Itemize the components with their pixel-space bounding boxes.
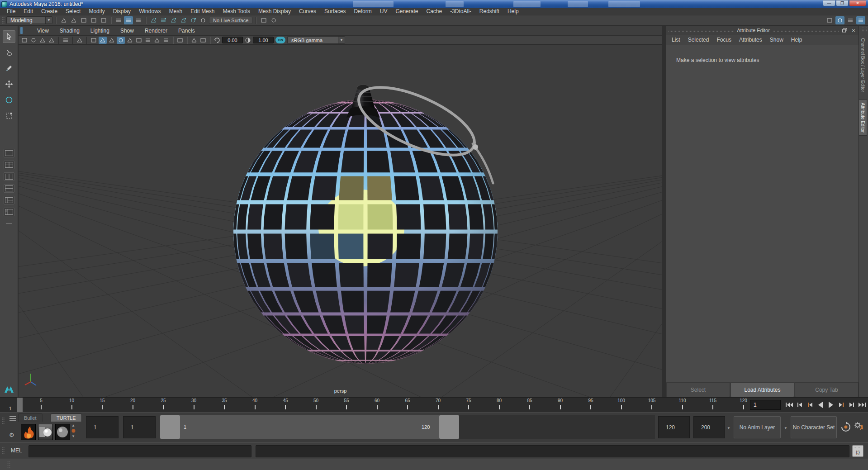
current-time-field[interactable]: 1 [750, 400, 781, 410]
range-slider-selected[interactable] [160, 415, 459, 439]
tab-channel-box[interactable]: Channel Box / Layer Editor [859, 35, 867, 95]
step-back-key-button[interactable] [805, 399, 815, 411]
gear-icon[interactable]: ⚙ [9, 432, 14, 438]
menu-item[interactable]: Windows [135, 8, 165, 15]
use-all-lights-icon[interactable] [117, 37, 125, 44]
open-render-view-icon[interactable] [269, 16, 278, 24]
multisample-icon[interactable] [153, 37, 161, 44]
command-result-field[interactable] [256, 445, 849, 457]
menu-item[interactable]: Generate [391, 8, 422, 15]
step-forward-key-button[interactable] [836, 399, 846, 411]
minimize-button[interactable]: — [823, 0, 835, 6]
menu-item[interactable]: Panels [173, 28, 200, 34]
attribute-editor-menu-item[interactable]: List [672, 37, 685, 43]
snap-point-icon[interactable] [169, 16, 178, 24]
snap-grid-icon[interactable] [149, 16, 158, 24]
tab-attribute-editor[interactable]: Attribute Editor [859, 100, 867, 136]
disco-ball[interactable] [233, 100, 498, 364]
tool-settings-icon[interactable] [846, 16, 855, 24]
layout-four-panes-button[interactable] [4, 161, 14, 169]
camera-attributes-icon[interactable] [38, 37, 47, 44]
camera-name-label[interactable]: persp [334, 388, 347, 394]
animation-preferences-icon[interactable] [854, 422, 865, 432]
construction-history-icon[interactable] [259, 16, 268, 24]
drag-handle[interactable] [668, 29, 734, 32]
layout-single-pane-button[interactable] [4, 149, 14, 157]
attribute-editor-header[interactable]: Attribute Editor ✕ [666, 26, 859, 35]
command-line-language-toggle[interactable]: MEL [11, 447, 22, 454]
isolate-select-icon[interactable] [176, 37, 184, 44]
time-tick-label[interactable]: 10 [69, 398, 74, 403]
image-plane-icon[interactable] [62, 37, 70, 44]
menu-item[interactable]: Create [37, 8, 62, 15]
menu-item[interactable]: Redshift [475, 8, 503, 15]
time-tick-label[interactable]: 15 [100, 398, 104, 403]
menu-item[interactable]: Modify [85, 8, 109, 15]
character-set-button[interactable]: No Character Set [791, 416, 837, 438]
shelf-menu-icon[interactable] [9, 416, 16, 421]
playback-start-field[interactable]: 1 [123, 416, 156, 438]
menu-item[interactable]: -3DtoAll- [446, 8, 475, 15]
time-tick-label[interactable]: 5 [40, 398, 43, 403]
menu-item[interactable]: Help [503, 8, 523, 15]
snap-projected-center-icon[interactable] [179, 16, 188, 24]
menu-item[interactable]: View [32, 28, 54, 34]
channel-box-icon[interactable] [835, 16, 844, 24]
range-row-grip[interactable] [2, 417, 5, 424]
select-hierarchy-icon[interactable] [114, 16, 123, 24]
drag-handle[interactable] [860, 27, 867, 33]
animation-start-field[interactable]: 1 [86, 416, 119, 438]
time-tick-label[interactable]: 115 [709, 398, 716, 403]
time-tick-label[interactable]: 20 [130, 398, 135, 403]
copy-tab-button[interactable]: Copy Tab [795, 382, 859, 397]
menu-item[interactable]: Select [62, 8, 85, 15]
time-tick-label[interactable]: 95 [588, 398, 593, 403]
menu-item[interactable]: Cache [422, 8, 446, 15]
range-slider-track[interactable]: 1 120 [160, 415, 655, 439]
shelf-scroll-up-icon[interactable]: ▲ [71, 423, 75, 427]
title-bar[interactable]: Autodesk Maya 2016: untitled* — ❐ ✕ [0, 0, 868, 8]
time-tick-label[interactable]: 75 [466, 398, 471, 403]
select-component-icon[interactable] [134, 16, 143, 24]
load-attributes-button[interactable]: Load Attributes [730, 382, 794, 397]
step-forward-frame-button[interactable] [847, 399, 857, 411]
layout-three-panes-button[interactable] [4, 196, 14, 204]
color-management-toggle[interactable]: ON [275, 37, 285, 43]
new-scene-icon[interactable] [59, 16, 68, 24]
time-tick-label[interactable]: 70 [436, 398, 441, 403]
lock-camera-icon[interactable] [29, 37, 38, 44]
exposure-icon[interactable] [213, 37, 221, 44]
paint-select-tool-button[interactable] [3, 62, 15, 75]
menu-item[interactable]: Display [109, 8, 135, 15]
time-tick-label[interactable]: 120 [740, 398, 747, 403]
viewport-canvas[interactable]: persp [19, 45, 662, 397]
menu-item[interactable]: Shading [54, 28, 85, 34]
two-d-pan-zoom-icon[interactable] [76, 37, 84, 44]
attribute-editor-icon[interactable] [856, 16, 865, 24]
time-slider-ruler[interactable]: 1 51015202530354045505560657075808590951… [0, 398, 747, 412]
auto-keyframe-toggle-icon[interactable] [840, 422, 851, 432]
step-back-frame-button[interactable] [795, 399, 805, 411]
shaded-icon[interactable] [99, 37, 107, 44]
attribute-editor-menu-item[interactable]: Help [791, 37, 807, 43]
save-scene-icon[interactable] [79, 16, 88, 24]
close-panel-icon[interactable]: ✕ [850, 28, 857, 33]
time-tick-label[interactable]: 35 [222, 398, 227, 403]
shelf-tab-turtle[interactable]: TURTLE [51, 413, 82, 422]
menu-item[interactable]: Show [115, 28, 139, 34]
shelf-item-fire[interactable] [21, 424, 36, 440]
layout-two-panes-side-button[interactable] [4, 172, 14, 181]
layout-two-panes-stacked-button[interactable] [4, 184, 14, 193]
select-object-icon[interactable] [124, 16, 133, 24]
status-line-grip[interactable] [2, 17, 5, 24]
command-line-grip[interactable] [2, 447, 5, 454]
view-transform-selector[interactable]: sRGB gamma ▼ [287, 36, 345, 44]
shelf-tab-bullet[interactable]: Bullet [18, 413, 43, 422]
bookmarks-icon[interactable] [47, 37, 56, 44]
make-live-icon[interactable] [199, 16, 208, 24]
scale-tool-button[interactable] [3, 109, 15, 122]
shelf-item-sphere[interactable] [55, 424, 70, 440]
play-backwards-button[interactable] [816, 399, 825, 411]
panel-grip[interactable] [20, 27, 23, 34]
shelf-item-render-sphere[interactable] [38, 424, 53, 440]
